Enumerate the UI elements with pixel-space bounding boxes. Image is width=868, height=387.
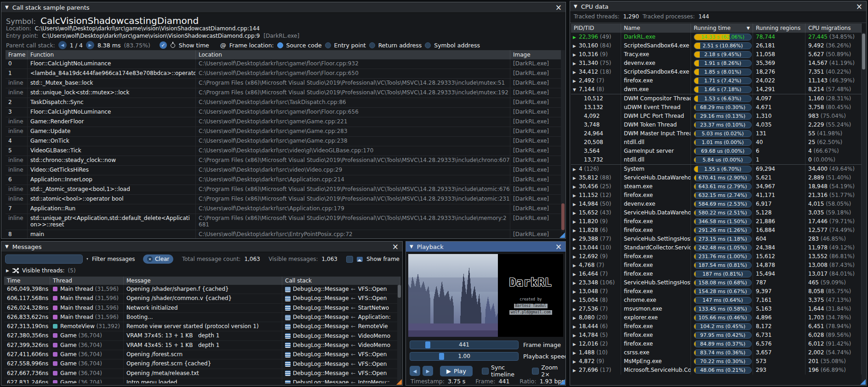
cpu-row[interactable]: ▼7,144 (8)dwm.exe1.66 s (7.18%)14,2918,2… xyxy=(571,85,862,94)
message-row[interactable]: 606,049,398nsMain thread (31,596)Opening… xyxy=(4,285,400,294)
tree-collapsed-icon[interactable]: ▶ xyxy=(573,253,579,261)
play-button[interactable]: ▶ Play xyxy=(440,366,473,376)
callstack-row[interactable]: inlinestd::unique_ptr<Application,std::d… xyxy=(6,214,561,230)
callstack-cell[interactable]: DebugLog::Message←IntroMenu:: xyxy=(282,378,400,383)
close-icon[interactable]: × xyxy=(392,243,399,250)
tree-collapsed-icon[interactable]: ▶ xyxy=(573,331,579,340)
cpu-row[interactable]: ▶30,456 (25)steam.exe643.61 ms (2.79%)34… xyxy=(571,182,862,191)
resize-grip[interactable] xyxy=(860,379,866,385)
cpu-row[interactable]: ▶4 (126)System1.55 s (6.70%)69,29434,400… xyxy=(571,164,862,173)
cpu-row[interactable]: 13,132 uDWM Event Thread68.29 ms (0.30%)… xyxy=(571,103,862,112)
cpu-row[interactable]: ▶18,444 (6)firefox.exe104.2 ms (0.45%)8,… xyxy=(571,322,862,331)
message-row[interactable]: 627,558,996nsGame (36,704)Opening /fores… xyxy=(4,359,400,369)
callstack-row[interactable]: inlineGame::RenderFloorC:\Users\wolf\Des… xyxy=(6,117,561,127)
callstack-cell[interactable]: DebugLog::Message←VideoMemo xyxy=(282,331,400,340)
tree-collapsed-icon[interactable]: ▶ xyxy=(573,314,579,322)
cpu-row[interactable]: 4,092 DWM LPC Port Thread29.16 ms (0.13%… xyxy=(571,112,862,121)
tree-collapsed-icon[interactable]: ▶ xyxy=(573,226,579,235)
column-header[interactable]: PID/TID xyxy=(571,23,621,33)
message-row[interactable]: 627,411,606nsGame (36,704)Opening /fores… xyxy=(4,350,400,359)
cpu-row[interactable]: ▶4,768 (7)firefox.exe187.54 ms (0.81%)14… xyxy=(571,261,862,270)
cpu-row[interactable]: ▶14,784 (5)firefox.exe97.95 ms (0.42%)6,… xyxy=(571,331,862,340)
show-time-checkbox[interactable]: ✓ xyxy=(160,41,167,49)
resize-grip[interactable] xyxy=(560,232,565,238)
cpu-scrollbar-handle[interactable] xyxy=(862,34,865,69)
expand-icon[interactable]: ▶ xyxy=(6,268,9,273)
tree-collapsed-icon[interactable]: ▶ xyxy=(573,33,579,41)
show-frame-checkbox[interactable] xyxy=(346,256,353,263)
frame-image-slider-handle[interactable] xyxy=(425,341,430,348)
tree-collapsed-icon[interactable]: ▶ xyxy=(573,366,579,375)
cpu-row[interactable]: ▶34,412 (18)ScriptedSandbox64.exe1.85 s … xyxy=(571,68,862,76)
cpu-row[interactable]: ▶4,872 (9)MsMpEng.exe70.22 ms (0.30%)573… xyxy=(571,357,862,366)
callstack-row[interactable]: 3Floor::CalcLightNoLuminanceC:\Users\wol… xyxy=(6,108,561,117)
cpu-row[interactable]: ▶35,812 (88)ServiceHub.DataWarehou670.41… xyxy=(571,173,862,182)
cpu-row[interactable]: 20,508 ntdll.dll1.01 ms (0.00%)4025 (62.… xyxy=(571,138,862,147)
tree-collapsed-icon[interactable]: ▶ xyxy=(573,174,579,182)
tree-collapsed-icon[interactable]: ▶ xyxy=(573,340,579,348)
message-row[interactable]: 627,831,246nsGame (36,704)Intro menu loa… xyxy=(4,378,400,383)
cpu-row[interactable]: 3,564 GameInput server69.68 us (0.00%)64… xyxy=(571,147,862,156)
tree-collapsed-icon[interactable]: ▶ xyxy=(573,165,579,173)
message-row[interactable]: 627,313,190nsRemoteView (31,392)Remote v… xyxy=(4,322,400,331)
callstack-cell[interactable]: DebugLog::Message←VFS::Open xyxy=(282,285,400,294)
prev-frame-button[interactable]: ◀ xyxy=(410,366,420,376)
column-header[interactable]: Running time▼ xyxy=(691,23,753,33)
clear-button[interactable]: × Clear xyxy=(143,254,173,264)
cpu-row[interactable]: ▶29,388 (77)ServiceHub.SettingsHost273.1… xyxy=(571,235,862,243)
cpu-row[interactable]: ▶2,492 (7)firefox.exe1.71 s (7.42%)24,02… xyxy=(571,76,862,85)
callstack-row[interactable]: 6Application::InnerLoopC:\Users\wolf\Des… xyxy=(6,175,561,185)
column-header[interactable]: Name xyxy=(621,23,691,33)
tree-collapsed-icon[interactable]: ▶ xyxy=(573,305,579,313)
tree-collapsed-icon[interactable]: ▶ xyxy=(573,218,579,226)
cpu-row[interactable]: 10,512 DWM Compositor Thread1.53 s (6.63… xyxy=(571,94,862,103)
tree-collapsed-icon[interactable]: ▶ xyxy=(573,59,579,68)
callstack-row[interactable]: 0Floor::CalcLightNoLuminanceC:\Users\wol… xyxy=(6,59,561,69)
callstack-row[interactable]: inlinestd::atomic<bool>::operator boolC:… xyxy=(6,195,561,204)
tree-collapsed-icon[interactable]: ▶ xyxy=(573,68,579,76)
tree-collapsed-icon[interactable]: ▶ xyxy=(573,244,579,252)
tree-collapsed-icon[interactable]: ▶ xyxy=(573,270,579,278)
callstack-row[interactable]: inlineGame::UpdateC:\Users\wolf\Desktop\… xyxy=(6,127,561,137)
cpu-row[interactable]: ▶11,828 (6)firefox.exe291.26 ms (1.26%)1… xyxy=(571,226,862,235)
callstack-row[interactable]: inlinestd::_Mutex_base::lockC:\Program F… xyxy=(6,79,561,88)
callstack-row[interactable]: inlinestd::_Atomic_storage<bool,1>::load… xyxy=(6,185,561,195)
callstack-row[interactable]: inlinestd::chrono::steady_clock::nowC:\P… xyxy=(6,156,561,166)
cpu-row[interactable]: ▶1,488 (10)csrss.exe83.74 ms (0.36%)3,65… xyxy=(571,348,862,357)
cpu-row[interactable]: 24,964 DWM Master Input Threa5.03 ms (0.… xyxy=(571,129,862,138)
cpu-row[interactable]: ▶15,004 (8)chrome.exe147 ms (0.64%)7,161… xyxy=(571,296,862,305)
tree-collapsed-icon[interactable]: ▶ xyxy=(573,42,579,50)
playback-speed-slider[interactable]: 1.00 xyxy=(410,352,519,361)
cpu-row[interactable]: ▶11,152 (12)firefox.exe632.15 ms (2.74%)… xyxy=(571,191,862,200)
frame-image-slider[interactable]: 441 xyxy=(410,341,519,349)
callstack-cell[interactable]: DebugLog::Message←Application: xyxy=(282,313,400,322)
tree-collapsed-icon[interactable]: ▶ xyxy=(573,235,579,243)
tree-collapsed-icon[interactable]: ▶ xyxy=(573,183,579,191)
prev-callstack-button[interactable]: ◀ xyxy=(58,41,67,49)
column-header[interactable]: CPU migrations xyxy=(805,23,862,33)
visible-threads-row[interactable]: ▶ Visible threads: (5) xyxy=(6,267,76,274)
resize-grip[interactable] xyxy=(396,379,402,385)
callstack-cell[interactable]: DebugLog::Message←VFS::Open xyxy=(282,359,400,368)
close-icon[interactable]: × xyxy=(555,243,562,250)
collapse-icon[interactable]: ▼ xyxy=(574,4,577,9)
close-icon[interactable]: × xyxy=(856,3,862,10)
radio-return-address[interactable] xyxy=(369,42,375,48)
tree-collapsed-icon[interactable]: ▶ xyxy=(573,51,579,59)
callstack-row[interactable]: inlinestd::unique_lock<std::mutex>::lock… xyxy=(6,88,561,98)
callstack-cell[interactable]: DebugLog::Message←VFS::Open xyxy=(282,294,400,303)
cpu-row[interactable]: ▶23,348 (106)ServiceHub.SettingsHost158.… xyxy=(571,278,862,287)
cpu-row[interactable]: ▶22,396 (49)DarkRL.exe14.33 s (62.06%)78… xyxy=(571,33,862,41)
cpu-row[interactable]: ▶13,048 (7)firefox.exe154.28 ms (0.67%)9… xyxy=(571,287,862,296)
sync-timeline-checkbox[interactable] xyxy=(482,368,489,375)
collapse-icon[interactable]: ▼ xyxy=(5,5,9,10)
cpu-row[interactable]: ▶31,340 (75)devenv.exe1.91 s (8.26%)35,3… xyxy=(571,59,862,68)
cpu-row[interactable]: ▶27,536 (7)msvsmon.exe133.45 ms (0.58%)5… xyxy=(571,305,862,313)
tree-collapsed-icon[interactable]: ▶ xyxy=(573,200,579,208)
callstack-cell[interactable]: DebugLog::Message←VideoMemo xyxy=(282,341,400,350)
tree-collapsed-icon[interactable]: ▶ xyxy=(573,279,579,287)
tree-collapsed-icon[interactable]: ▶ xyxy=(573,296,579,305)
cpu-row[interactable]: ▶30,160 (84)ScriptedSandbox64.exe2.51 s … xyxy=(571,41,862,50)
close-icon[interactable]: × xyxy=(555,4,562,11)
callstack-cell[interactable]: DebugLog::Message←StartNetwo xyxy=(282,304,400,312)
